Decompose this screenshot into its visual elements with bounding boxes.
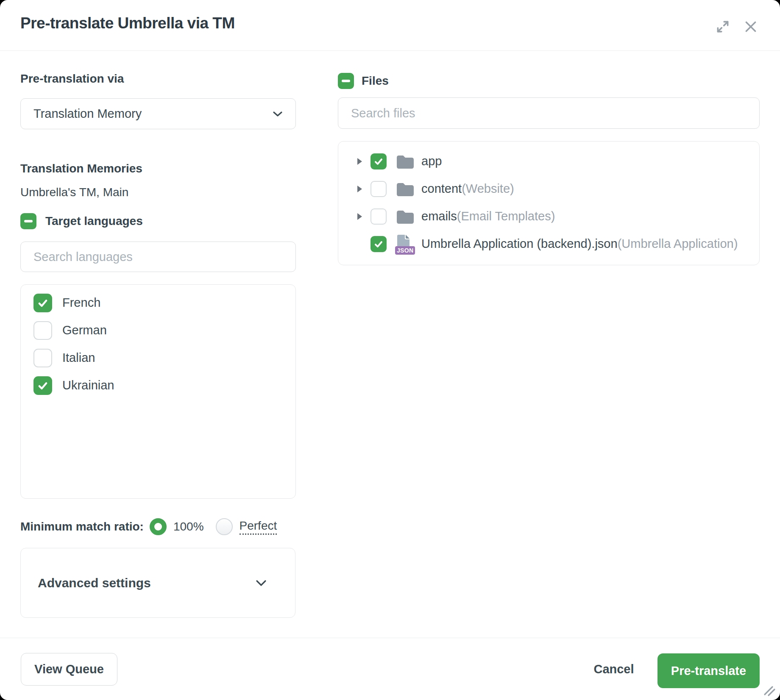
tree-node-name: content	[421, 182, 462, 195]
chevron-down-icon	[273, 111, 283, 117]
tree-node-annotation: (Email Templates)	[457, 209, 555, 223]
tree-row: emails(Email Templates)	[338, 203, 759, 230]
tree-node-annotation: (Umbrella Application)	[618, 237, 738, 250]
language-row: German	[33, 317, 295, 344]
folder-icon	[396, 152, 415, 171]
tree-row: JSONUmbrella Application (backend).json(…	[338, 230, 759, 258]
caret-cell	[355, 158, 364, 165]
minimum-match-ratio-row: Minimum match ratio: 100% Perfect	[20, 517, 277, 536]
pretranslation-via-label: Pre-translation via	[20, 72, 124, 86]
dialog-header: Pre-translate Umbrella via TM	[0, 0, 780, 51]
pretranslation-method-select[interactable]: Translation Memory	[20, 98, 296, 129]
tree-node-checkbox[interactable]	[370, 153, 387, 169]
tree-node-checkbox[interactable]	[370, 208, 387, 225]
header-icons	[715, 19, 759, 35]
caret-right-icon[interactable]	[357, 158, 362, 165]
language-checkbox[interactable]	[33, 376, 52, 395]
tree-node-checkbox[interactable]	[370, 181, 387, 197]
language-row: Italian	[33, 344, 295, 372]
language-row: French	[33, 289, 295, 317]
tree-row: app	[338, 147, 759, 175]
caret-cell	[355, 213, 364, 220]
chevron-down-icon	[255, 580, 267, 586]
target-languages-checkbox[interactable]	[20, 213, 36, 229]
caret-right-icon[interactable]	[357, 213, 362, 220]
pretranslate-dialog: Pre-translate Umbrella via TM Pre-transl…	[0, 0, 780, 700]
view-queue-button[interactable]: View Queue	[21, 653, 117, 686]
tree-node-label[interactable]: emails(Email Templates)	[421, 209, 555, 223]
file-search-field	[338, 97, 760, 129]
cancel-button[interactable]: Cancel	[584, 653, 644, 686]
language-list: FrenchGermanItalianUkrainian	[20, 284, 296, 499]
match-ratio-perfect-label[interactable]: Perfect	[240, 519, 277, 535]
tree-node-name: app	[421, 154, 442, 168]
file-tree: app content(Website) emails(Email Templa…	[338, 141, 760, 265]
caret-cell	[355, 186, 364, 192]
tree-node-checkbox[interactable]	[370, 236, 387, 252]
tree-node-name: Umbrella Application (backend).json	[421, 237, 618, 250]
tree-node-label[interactable]: Umbrella Application (backend).json(Umbr…	[421, 237, 738, 251]
json-file-icon: JSON	[396, 234, 415, 254]
files-checkbox[interactable]	[338, 73, 354, 89]
folder-icon	[396, 179, 415, 199]
close-icon[interactable]	[743, 19, 759, 35]
pretranslate-button[interactable]: Pre-translate	[657, 653, 760, 688]
folder-icon	[396, 207, 415, 226]
tree-node-label[interactable]: content(Website)	[421, 182, 514, 196]
expand-icon[interactable]	[715, 19, 731, 35]
language-label[interactable]: Italian	[62, 351, 95, 365]
match-ratio-perfect-radio[interactable]	[216, 518, 233, 535]
tree-node-name: emails	[421, 209, 457, 223]
target-languages-label: Target languages	[45, 214, 143, 228]
target-languages-row: Target languages	[20, 213, 143, 229]
caret-right-icon[interactable]	[357, 186, 362, 192]
translation-memories-label: Translation Memories	[20, 162, 142, 175]
language-label[interactable]: Ukrainian	[62, 378, 114, 392]
tree-node-annotation: (Website)	[462, 182, 514, 195]
resize-handle-icon[interactable]	[761, 683, 777, 698]
language-checkbox[interactable]	[33, 321, 52, 340]
file-search-input[interactable]	[338, 98, 759, 128]
tree-node-label[interactable]: app	[421, 154, 442, 168]
language-search-input[interactable]	[21, 242, 295, 272]
match-ratio-100-label[interactable]: 100%	[173, 520, 204, 533]
files-label: Files	[362, 74, 389, 88]
language-label[interactable]: French	[62, 296, 100, 310]
tree-row: content(Website)	[338, 175, 759, 203]
match-ratio-100-radio[interactable]	[150, 518, 167, 535]
caret-cell	[355, 241, 364, 247]
language-search-field	[20, 242, 296, 272]
files-row: Files	[338, 73, 389, 89]
advanced-settings-toggle[interactable]: Advanced settings	[20, 548, 295, 618]
language-checkbox[interactable]	[33, 349, 52, 367]
advanced-settings-label: Advanced settings	[38, 576, 151, 590]
json-badge: JSON	[395, 246, 415, 255]
language-label[interactable]: German	[62, 323, 107, 337]
translation-memories-value: Umbrella's TM, Main	[20, 186, 128, 199]
minimum-match-ratio-label: Minimum match ratio:	[20, 520, 144, 533]
dialog-title: Pre-translate Umbrella via TM	[20, 14, 235, 32]
pretranslation-method-value: Translation Memory	[33, 107, 142, 121]
language-row: Ukrainian	[33, 372, 295, 399]
footer-separator	[0, 638, 780, 638]
language-checkbox[interactable]	[33, 294, 52, 312]
